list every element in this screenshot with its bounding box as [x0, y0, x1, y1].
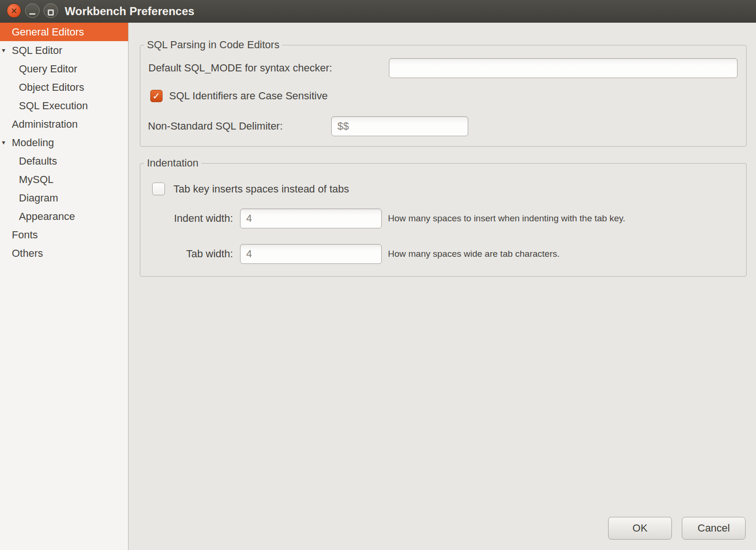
sidebar-item-defaults[interactable]: Defaults	[0, 152, 128, 170]
maximize-icon[interactable]	[43, 3, 58, 18]
sql-mode-input[interactable]	[389, 58, 738, 78]
sidebar-item-label: SQL Execution	[0, 96, 128, 115]
minimize-icon[interactable]	[25, 3, 40, 18]
sidebar-item-general-editors[interactable]: General Editors	[0, 23, 128, 41]
titlebar: ✕ Workbench Preferences	[0, 0, 756, 23]
indentation-group: Indentation ✓ Tab key inserts spaces ins…	[140, 163, 747, 277]
sidebar-item-label: Diagram	[0, 189, 128, 207]
tab-width-input[interactable]	[240, 244, 382, 264]
collapse-arrow-icon[interactable]: ▾	[2, 41, 5, 60]
delimiter-label: Non-Standard SQL Delimiter:	[148, 116, 283, 136]
case-sensitive-checkbox[interactable]: ✓	[150, 90, 163, 102]
indent-width-help: How many spaces to insert when indenting…	[388, 209, 625, 228]
close-icon[interactable]: ✕	[7, 3, 21, 18]
indent-width-label: Indent width:	[148, 209, 233, 228]
checkmark-icon: ✓	[151, 90, 162, 102]
sidebar-item-modeling[interactable]: ▾Modeling	[0, 133, 128, 152]
preferences-window: ✕ Workbench Preferences General Editors▾…	[0, 0, 756, 550]
case-sensitive-label: SQL Identifiers are Case Sensitive	[169, 90, 327, 102]
sidebar-item-diagram[interactable]: Diagram	[0, 189, 128, 207]
sidebar-item-query-editor[interactable]: Query Editor	[0, 60, 128, 78]
sidebar-item-label: General Editors	[0, 23, 128, 41]
sidebar-item-administration[interactable]: Administration	[0, 115, 128, 133]
sidebar-item-label: Others	[0, 244, 128, 262]
sql-parsing-group: SQL Parsing in Code Editors Default SQL_…	[140, 45, 747, 147]
sidebar-item-label: Query Editor	[0, 60, 128, 78]
sidebar-item-label: Defaults	[0, 152, 128, 170]
sidebar-item-mysql[interactable]: MySQL	[0, 170, 128, 189]
sidebar-item-fonts[interactable]: Fonts	[0, 226, 128, 244]
ok-button[interactable]: OK	[608, 517, 672, 540]
sidebar-item-label: Modeling	[0, 133, 128, 152]
window-title: Workbench Preferences	[65, 0, 194, 23]
sidebar-item-sql-execution[interactable]: SQL Execution	[0, 96, 128, 115]
tab-width-help: How many spaces wide are tab characters.	[388, 244, 559, 264]
main-panel: SQL Parsing in Code Editors Default SQL_…	[129, 23, 756, 550]
sidebar-item-label: Object Editors	[0, 78, 128, 96]
tab-width-label: Tab width:	[148, 244, 233, 264]
sidebar-tree: General Editors▾SQL EditorQuery EditorOb…	[0, 23, 129, 550]
sql-parsing-group-title: SQL Parsing in Code Editors	[144, 38, 282, 52]
tab-spaces-label: Tab key inserts spaces instead of tabs	[173, 183, 349, 195]
sidebar-item-label: Appearance	[0, 207, 128, 226]
collapse-arrow-icon[interactable]: ▾	[2, 133, 5, 152]
sidebar-item-label: MySQL	[0, 170, 128, 189]
sidebar-item-others[interactable]: Others	[0, 244, 128, 262]
indent-width-input[interactable]	[240, 209, 382, 228]
sidebar-item-sql-editor[interactable]: ▾SQL Editor	[0, 41, 128, 60]
maximize-glyph	[48, 9, 54, 16]
indentation-group-title: Indentation	[144, 157, 201, 170]
sidebar-item-object-editors[interactable]: Object Editors	[0, 78, 128, 96]
sql-mode-label: Default SQL_MODE for syntax checker:	[148, 58, 332, 78]
sidebar-item-label: Fonts	[0, 226, 128, 244]
minimize-glyph	[29, 13, 35, 15]
tab-spaces-checkbox[interactable]: ✓	[152, 183, 165, 195]
delimiter-input[interactable]	[331, 116, 468, 136]
sidebar-item-label: Administration	[0, 115, 128, 133]
cancel-button[interactable]: Cancel	[682, 517, 746, 540]
sidebar-item-appearance[interactable]: Appearance	[0, 207, 128, 226]
sidebar-item-label: SQL Editor	[0, 41, 128, 60]
